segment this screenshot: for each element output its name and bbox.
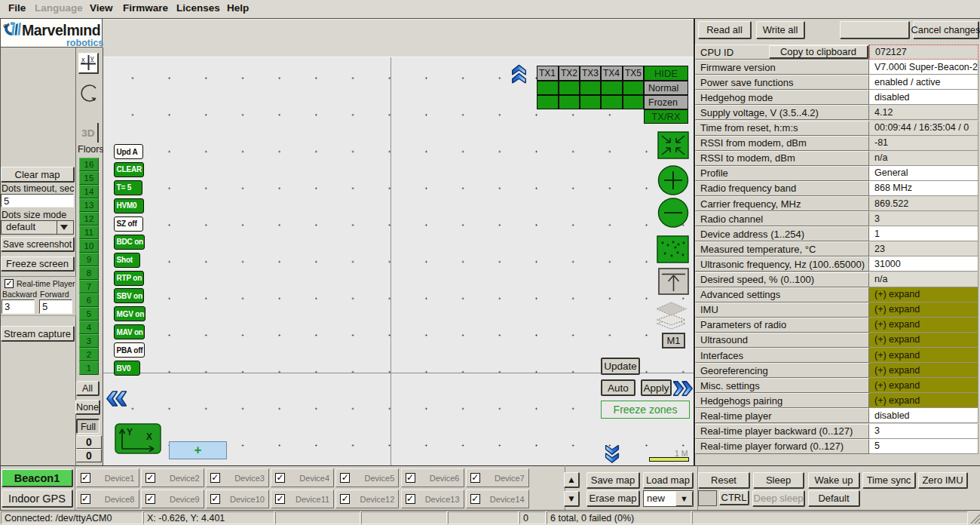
svg-text:x: x: [81, 56, 85, 63]
svg-text:Y: Y: [127, 427, 133, 438]
svg-text:y: y: [90, 54, 94, 62]
svg-text:X: X: [146, 431, 152, 442]
